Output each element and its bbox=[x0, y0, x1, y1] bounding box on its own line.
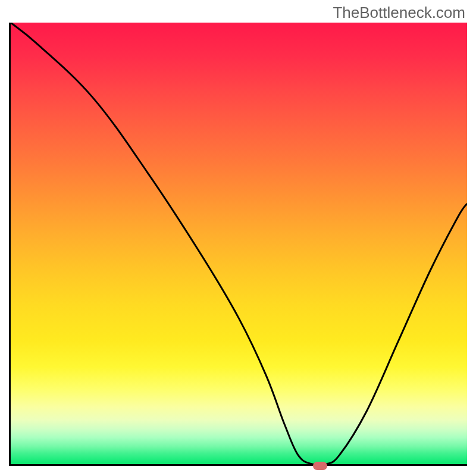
curve-svg bbox=[11, 23, 467, 464]
chart-area bbox=[9, 23, 467, 466]
optimal-marker bbox=[313, 462, 327, 470]
bottleneck-curve-path bbox=[11, 23, 467, 464]
watermark-text: TheBottleneck.com bbox=[333, 4, 465, 22]
